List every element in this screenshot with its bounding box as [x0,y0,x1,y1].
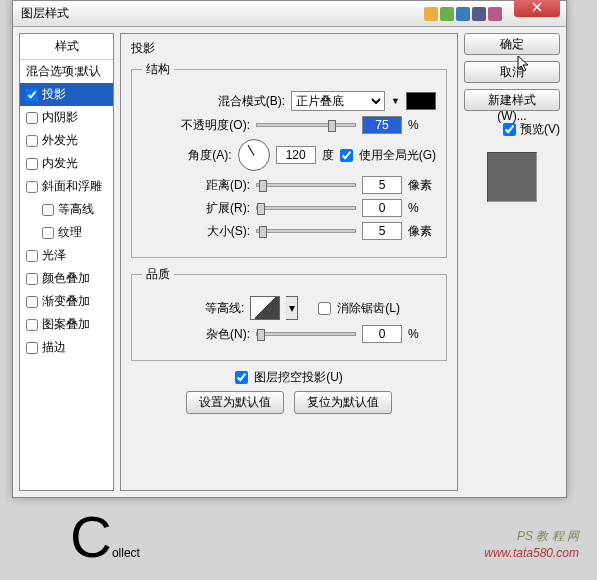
preview-swatch [487,152,537,202]
size-label: 大小(S): [172,223,250,240]
angle-dial[interactable] [238,139,270,171]
style-checkbox-9[interactable] [26,273,38,285]
contour-dropdown-icon[interactable]: ▾ [286,296,298,320]
spread-row: 扩展(R): % [142,199,436,217]
style-checkbox-8[interactable] [26,250,38,262]
style-label-4: 内发光 [42,155,78,172]
style-label-5: 斜面和浮雕 [42,178,102,195]
spread-input[interactable] [362,199,402,217]
spread-slider[interactable] [256,206,356,210]
style-checkbox-11[interactable] [26,319,38,331]
angle-label: 角度(A): [154,147,232,164]
angle-input[interactable] [276,146,316,164]
defaults-row: 设置为默认值 复位为默认值 [131,391,447,414]
color-tab-3 [456,7,470,21]
quality-group: 品质 等高线: ▾ 消除锯齿(L) 杂色(N): % [131,266,447,361]
style-item-4[interactable]: 内发光 [20,152,113,175]
style-item-1[interactable]: 投影 [20,83,113,106]
structure-group: 结构 混合模式(B): 正片叠底 ▼ 不透明度(O): % 角度(A): [131,61,447,258]
style-label-0: 混合选项:默认 [26,63,101,80]
style-item-0[interactable]: 混合选项:默认 [20,60,113,83]
style-item-3[interactable]: 外发光 [20,129,113,152]
layer-style-dialog: 图层样式 样式 混合选项:默认投影内阴影外发光内发光斜面和浮雕等高线纹理光泽颜色… [12,0,567,498]
panel-title: 投影 [131,40,447,57]
styles-list: 样式 混合选项:默认投影内阴影外发光内发光斜面和浮雕等高线纹理光泽颜色叠加渐变叠… [19,33,114,491]
preview-row: 预览(V) [464,121,560,138]
size-input[interactable] [362,222,402,240]
cancel-button[interactable]: 取消 [464,61,560,83]
distance-slider[interactable] [256,183,356,187]
style-item-11[interactable]: 图案叠加 [20,313,113,336]
set-default-button[interactable]: 设置为默认值 [186,391,284,414]
style-label-11: 图案叠加 [42,316,90,333]
color-tab-5 [488,7,502,21]
ok-button[interactable]: 确定 [464,33,560,55]
noise-input[interactable] [362,325,402,343]
opacity-row: 不透明度(O): % [142,116,436,134]
opacity-slider[interactable] [256,123,356,127]
color-tab-4 [472,7,486,21]
style-label-7: 纹理 [58,224,82,241]
styles-header: 样式 [20,34,113,60]
angle-row: 角度(A): 度 使用全局光(G) [142,139,436,171]
watermark: PS 教 程 网 www.tata580.com [484,528,579,562]
style-item-5[interactable]: 斜面和浮雕 [20,175,113,198]
window-title: 图层样式 [17,5,424,22]
distance-row: 距离(D): 像素 [142,176,436,194]
style-label-12: 描边 [42,339,66,356]
opacity-input[interactable] [362,116,402,134]
style-item-8[interactable]: 光泽 [20,244,113,267]
knockout-label: 图层挖空投影(U) [254,369,343,386]
style-checkbox-4[interactable] [26,158,38,170]
quality-legend: 品质 [142,266,174,283]
contour-row: 等高线: ▾ 消除锯齿(L) [142,296,436,320]
close-icon [532,2,542,12]
dropdown-icon: ▼ [391,96,400,106]
spread-label: 扩展(R): [172,200,250,217]
distance-input[interactable] [362,176,402,194]
style-checkbox-3[interactable] [26,135,38,147]
style-checkbox-12[interactable] [26,342,38,354]
antialias-label: 消除锯齿(L) [337,300,400,317]
style-item-7[interactable]: 纹理 [20,221,113,244]
style-checkbox-7[interactable] [42,227,54,239]
style-label-1: 投影 [42,86,66,103]
distance-label: 距离(D): [172,177,250,194]
reset-default-button[interactable]: 复位为默认值 [294,391,392,414]
structure-legend: 结构 [142,61,174,78]
color-tab-2 [440,7,454,21]
style-checkbox-6[interactable] [42,204,54,216]
style-item-12[interactable]: 描边 [20,336,113,359]
style-label-3: 外发光 [42,132,78,149]
style-checkbox-5[interactable] [26,181,38,193]
size-row: 大小(S): 像素 [142,222,436,240]
size-unit: 像素 [408,223,436,240]
blend-mode-select[interactable]: 正片叠底 [291,91,385,111]
style-item-10[interactable]: 渐变叠加 [20,290,113,313]
style-item-2[interactable]: 内阴影 [20,106,113,129]
contour-picker[interactable] [250,296,280,320]
noise-label: 杂色(N): [172,326,250,343]
style-checkbox-2[interactable] [26,112,38,124]
tab-color-icons [424,7,502,21]
noise-unit: % [408,327,436,341]
noise-slider[interactable] [256,332,356,336]
distance-unit: 像素 [408,177,436,194]
close-button[interactable] [514,0,560,17]
noise-row: 杂色(N): % [142,325,436,343]
shadow-color-swatch[interactable] [406,92,436,110]
opacity-label: 不透明度(O): [172,117,250,134]
style-item-9[interactable]: 颜色叠加 [20,267,113,290]
style-label-10: 渐变叠加 [42,293,90,310]
style-checkbox-1[interactable] [26,89,38,101]
global-light-checkbox[interactable] [340,149,353,162]
antialias-checkbox[interactable] [318,302,331,315]
titlebar[interactable]: 图层样式 [13,1,566,27]
style-checkbox-10[interactable] [26,296,38,308]
color-tab-1 [424,7,438,21]
size-slider[interactable] [256,229,356,233]
preview-checkbox[interactable] [503,123,516,136]
style-item-6[interactable]: 等高线 [20,198,113,221]
knockout-checkbox[interactable] [235,371,248,384]
new-style-button[interactable]: 新建样式(W)... [464,89,560,111]
